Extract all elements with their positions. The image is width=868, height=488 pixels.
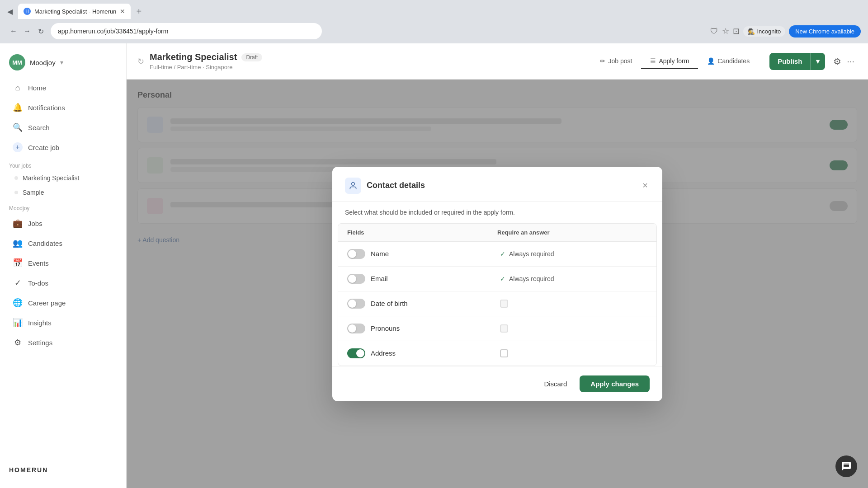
refresh-button[interactable]: ↻	[34, 25, 47, 38]
sidebar-item-events[interactable]: 📅 Events	[4, 253, 123, 272]
sidebar-item-label: Career page	[28, 299, 66, 307]
bell-icon: 🔔	[13, 103, 23, 113]
todos-icon: ✓	[13, 278, 23, 288]
sidebar-item-jobs[interactable]: 💼 Jobs	[4, 214, 123, 233]
dob-toggle[interactable]	[347, 299, 365, 309]
sidebar-user[interactable]: MM Moodjoy ▾	[0, 51, 126, 78]
page-settings-button[interactable]: ⚙	[830, 53, 844, 70]
sidebar-item-label: Events	[28, 259, 49, 267]
back-button[interactable]: ←	[7, 25, 20, 38]
col-fields-label: Fields	[347, 229, 497, 236]
contact-details-modal: Contact details × Select what should be …	[332, 167, 662, 401]
table-row: Name ✓ Always required	[338, 242, 656, 267]
table-row: Date of birth	[338, 291, 656, 316]
sidebar-item-todos[interactable]: ✓ To-dos	[4, 273, 123, 292]
sidebar-item-label: Insights	[28, 319, 52, 327]
job-title-section: Marketing Specialist Draft Full-time / P…	[150, 52, 262, 70]
events-icon: 📅	[13, 258, 23, 268]
discard-button[interactable]: Discard	[537, 376, 574, 391]
incognito-badge: 🕵 Incognito	[743, 26, 785, 37]
sidebar-item-candidates[interactable]: 👥 Candidates	[4, 234, 123, 253]
modal-table: Fields Require an answer Name ✓ Alwa	[338, 223, 657, 366]
tab-candidates[interactable]: 👤 Candidates	[698, 54, 759, 69]
pronouns-toggle[interactable]	[347, 324, 365, 333]
address-checkbox[interactable]	[500, 349, 508, 357]
sidebar-item-label: Search	[28, 124, 50, 131]
email-toggle[interactable]	[347, 274, 365, 284]
sidebar-item-home[interactable]: ⌂ Home	[4, 78, 123, 97]
pronouns-checkbox	[500, 324, 508, 333]
sync-icon[interactable]: ↻	[137, 56, 144, 66]
sidebar-item-insights[interactable]: 📊 Insights	[4, 313, 123, 332]
publish-button[interactable]: Publish ▾	[769, 53, 825, 70]
sidebar-item-create-job[interactable]: + Create job	[4, 138, 123, 157]
tab-label: Apply form	[659, 57, 689, 65]
browser-chrome: ◀ H Marketing Specialist - Homerun ✕ + ←…	[0, 0, 868, 43]
check-icon: ✓	[500, 275, 505, 282]
settings-icon: ⚙	[13, 338, 23, 347]
draft-badge: Draft	[241, 53, 262, 61]
search-icon: 🔍	[13, 122, 23, 132]
avatar: MM	[9, 54, 25, 70]
sidebar-item-search[interactable]: 🔍 Search	[4, 118, 123, 137]
field-dob-row: Date of birth	[347, 299, 495, 309]
sidebar-item-label: Jobs	[28, 220, 42, 227]
sidebar-item-label: Create job	[28, 144, 59, 151]
sidebar-item-label: Sample	[23, 189, 44, 196]
modal-header: Contact details ×	[332, 167, 662, 202]
name-toggle[interactable]	[347, 249, 365, 259]
modal-close-button[interactable]: ×	[641, 178, 650, 192]
url-bar[interactable]: app.homerun.co/job/336451/apply-form	[51, 23, 322, 39]
field-email-row: Email	[347, 274, 495, 284]
address-toggle[interactable]	[347, 348, 365, 358]
sidebar-item-label: Marketing Specialist	[23, 174, 79, 182]
star-icon[interactable]: ☆	[722, 26, 729, 36]
sidebar-item-career-page[interactable]: 🌐 Career page	[4, 293, 123, 312]
jobs-icon: 💼	[13, 218, 23, 228]
url-text: app.homerun.co/job/336451/apply-form	[58, 28, 168, 35]
chrome-update-button[interactable]: New Chrome available	[789, 25, 861, 38]
sidebar-item-sample[interactable]: Sample	[0, 185, 126, 200]
more-options-button[interactable]: ···	[844, 53, 857, 69]
browser-tab[interactable]: H Marketing Specialist - Homerun ✕	[18, 4, 131, 19]
check-icon: ✓	[500, 250, 505, 258]
publish-arrow-icon: ▾	[810, 53, 825, 70]
candidates-icon: 👥	[13, 238, 23, 248]
profile-icon[interactable]: ◀	[4, 5, 16, 18]
incognito-icon: 🕵	[748, 28, 755, 35]
top-bar: ↻ Marketing Specialist Draft Full-time /…	[127, 43, 868, 80]
job-subtitle: Full-time / Part-time · Singapore	[150, 64, 262, 70]
nav-controls: ← → ↻	[7, 25, 47, 38]
job-title: Marketing Specialist	[150, 52, 237, 62]
col-require-label: Require an answer	[497, 229, 647, 236]
tab-label: Candidates	[717, 57, 750, 65]
tab-job-post[interactable]: ✏ Job post	[591, 54, 641, 69]
new-tab-button[interactable]: +	[132, 5, 145, 18]
sidebar-item-label: Home	[28, 84, 46, 92]
sidebar-item-notifications[interactable]: 🔔 Notifications	[4, 98, 123, 117]
top-bar-nav: ✏ Job post ☰ Apply form 👤 Candidates	[591, 54, 759, 69]
plus-icon: +	[13, 142, 23, 152]
sidebar-item-label: To-dos	[28, 279, 48, 287]
apply-changes-button[interactable]: Apply changes	[580, 375, 650, 392]
forward-button[interactable]: →	[21, 25, 33, 38]
chat-fab-button[interactable]	[835, 455, 857, 477]
sidebar-item-settings[interactable]: ⚙ Settings	[4, 333, 123, 352]
email-require: ✓ Always required	[500, 275, 647, 282]
field-pronouns-label: Pronouns	[371, 324, 400, 332]
form-icon: ☰	[650, 57, 656, 65]
job-dot-icon	[14, 191, 18, 194]
field-name-label: Name	[371, 250, 389, 258]
tab-close-icon[interactable]: ✕	[120, 8, 125, 15]
tab-apply-form[interactable]: ☰ Apply form	[641, 54, 698, 69]
main-content: ↻ Marketing Specialist Draft Full-time /…	[127, 43, 868, 488]
homerun-logo: HOMERUN	[0, 459, 126, 481]
job-title-row: Marketing Specialist Draft	[150, 52, 262, 62]
insights-icon: 📊	[13, 318, 23, 328]
split-view-icon[interactable]: ⊡	[733, 26, 740, 36]
job-dot-icon	[14, 176, 18, 180]
chevron-down-icon: ▾	[60, 59, 63, 66]
page-area: Personal	[127, 80, 868, 488]
sidebar-item-marketing-specialist[interactable]: Marketing Specialist	[0, 171, 126, 185]
sidebar: MM Moodjoy ▾ ⌂ Home 🔔 Notifications 🔍 Se…	[0, 43, 127, 488]
